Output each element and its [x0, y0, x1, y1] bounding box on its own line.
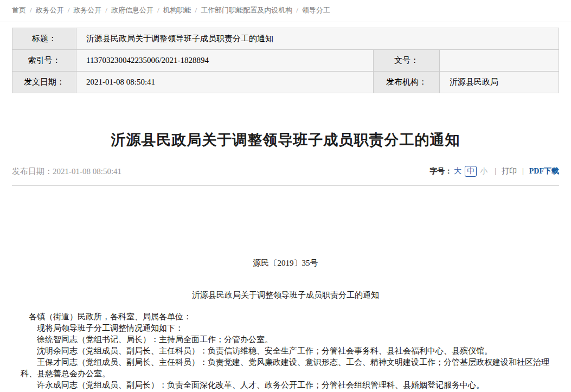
- pdf-download-button[interactable]: PDF下载: [529, 166, 559, 176]
- issue-date-label-cell: 发文日期：: [12, 72, 76, 93]
- document-body: 各镇（街道）民政所，各科室、局属各单位： 现将局领导班子分工调整情况通知如下： …: [21, 311, 550, 391]
- publish-date-value: 2021-01-08 08:50:41: [53, 167, 121, 176]
- index-label-cell: 索引号：: [12, 50, 76, 72]
- paragraph: 王保才同志（党组成员、副局长、主任科员）：负责党建、党风廉政建设、意识形态、工会…: [21, 357, 550, 380]
- breadcrumb-separator: /: [68, 6, 70, 14]
- publisher-label-cell: 发布机构：: [374, 72, 440, 93]
- breadcrumb-item[interactable]: 工作部门职能配置及内设机构: [201, 6, 292, 14]
- toolbar-divider: |: [522, 167, 524, 176]
- breadcrumb-separator: /: [105, 6, 107, 14]
- breadcrumb-item[interactable]: 机构职能: [163, 6, 191, 14]
- paragraph: 许永成同志（党组成员、副局长）：负责全面深化改革、人才、政务公开工作；分管社会组…: [21, 380, 550, 391]
- publish-date: 发布日期：2021-01-08 08:50:41: [12, 166, 121, 177]
- breadcrumb-separator: /: [30, 6, 32, 14]
- breadcrumb-separator: /: [296, 6, 298, 14]
- font-size-large-button[interactable]: 大: [454, 166, 461, 176]
- table-row-date: 发文日期： 2021-01-08 08:50:41 发布机构： 沂源县民政局: [12, 72, 559, 93]
- article-toolbar: 字号： 大 中 小 | 打印 | PDF下载: [429, 166, 559, 177]
- font-size-small-button[interactable]: 小: [480, 166, 487, 176]
- publisher-value-cell: 沂源县民政局: [440, 72, 559, 93]
- content-divider: [12, 185, 559, 185]
- article-meta-row: 发布日期：2021-01-08 08:50:41 字号： 大 中 小 | 打印 …: [12, 166, 559, 177]
- paragraph: 沈明余同志（党组成员、副局长、主任科员）：负责信访维稳、安全生产工作；分管社会事…: [21, 345, 550, 357]
- paragraph: 各镇（街道）民政所，各科室、局属各单位：: [21, 311, 550, 323]
- doc-no-label-cell: 文号：: [374, 50, 440, 72]
- breadcrumb-separator: /: [157, 6, 159, 14]
- issue-date-value-cell: 2021-01-08 08:50:41: [76, 72, 374, 93]
- table-row-title: 标题： 沂源县民政局关于调整领导班子成员职责分工的通知: [12, 28, 559, 50]
- title-label-cell: 标题：: [12, 28, 76, 50]
- toolbar-divider: |: [495, 167, 496, 176]
- breadcrumb: 首页/政务公开/政务公开/政府信息公开/机构职能/工作部门职能配置及内设机构/领…: [0, 0, 571, 22]
- table-row-index: 索引号： 113703230042235006/2021-1828894 文号：: [12, 50, 559, 72]
- breadcrumb-separator: /: [195, 6, 197, 14]
- publish-date-label: 发布日期：: [12, 167, 53, 176]
- print-button[interactable]: 打印: [502, 166, 517, 176]
- breadcrumb-item[interactable]: 政务公开: [73, 6, 101, 14]
- page-title: 沂源县民政局关于调整领导班子成员职责分工的通知: [12, 130, 559, 150]
- title-value-cell: 沂源县民政局关于调整领导班子成员职责分工的通知: [76, 28, 559, 50]
- document-info-table: 标题： 沂源县民政局关于调整领导班子成员职责分工的通知 索引号： 1137032…: [12, 28, 559, 93]
- font-size-label: 字号：: [429, 166, 452, 176]
- paragraph: 现将局领导班子分工调整情况通知如下：: [21, 323, 550, 334]
- doc-no-value-cell: [440, 50, 559, 72]
- paragraph: 徐统智同志（党组书记、局长）：主持局全面工作；分管办公室。: [21, 334, 550, 345]
- font-size-medium-button[interactable]: 中: [465, 166, 477, 177]
- document-title: 沂源县民政局关于调整领导班子成员职责分工的通知: [21, 290, 550, 301]
- document-number: 源民〔2019〕35号: [21, 258, 550, 269]
- breadcrumb-item[interactable]: 政务公开: [36, 6, 64, 14]
- breadcrumb-item[interactable]: 政府信息公开: [111, 6, 153, 14]
- index-value-cell: 113703230042235006/2021-1828894: [76, 50, 374, 72]
- document-content: 源民〔2019〕35号 沂源县民政局关于调整领导班子成员职责分工的通知 各镇（街…: [0, 258, 571, 391]
- breadcrumb-item-home[interactable]: 首页: [12, 6, 26, 14]
- breadcrumb-item-current[interactable]: 领导分工: [302, 6, 330, 14]
